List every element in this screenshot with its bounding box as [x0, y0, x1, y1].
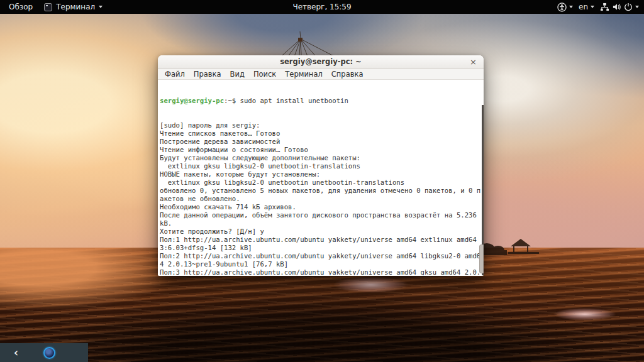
app-menu-button[interactable]: Терминал [44, 3, 103, 11]
chevron-down-icon [591, 6, 594, 8]
terminal-line: extlinux gksu libgksu2-0 unetbootin-tran… [160, 162, 484, 170]
menu-bar: ФайлПравкаВидПоискТерминалСправка [158, 69, 484, 80]
terminal-line: Необходимо скачать 714 kБ архивов. [160, 203, 484, 211]
keyboard-layout-label: en [579, 3, 588, 11]
terminal-line: [sudo] пароль для sergiy: [160, 121, 484, 129]
terminal-line: kB. [160, 219, 484, 228]
terminal-line: extlinux gksu libgksu2-0 unetbootin unet… [160, 178, 484, 187]
terminal-line: Построение дерева зависимостей [160, 138, 484, 146]
activities-button[interactable]: Обзор [6, 1, 35, 13]
terminal-output[interactable]: sergiy@sergiy-pc:~$ sudo apt install une… [158, 80, 484, 275]
terminal-line: Хотите продолжить? [Д/н] y [160, 228, 484, 236]
prompt-user: sergiy@sergiy-pc [160, 97, 224, 104]
tray-expand-chevron[interactable]: ‹ [14, 348, 18, 358]
menu-item-3[interactable]: Вид [226, 70, 249, 79]
power-icon [624, 3, 633, 11]
terminal-line: После данной операции, объём занятого ди… [160, 211, 484, 219]
system-menu[interactable] [600, 3, 639, 11]
wave-foam [553, 308, 616, 321]
bottom-tray: ‹ [0, 343, 88, 362]
terminal-icon [44, 3, 52, 11]
scrollbar-thumb[interactable] [479, 244, 484, 273]
chevron-down-icon [569, 6, 573, 8]
terminal-prompt-line: sergiy@sergiy-pc:~$ sudo apt install une… [160, 97, 484, 105]
keyboard-layout-menu[interactable]: en [579, 3, 594, 11]
menu-item-5[interactable]: Терминал [280, 70, 326, 79]
wired-network-icon [600, 3, 609, 11]
accessibility-menu[interactable] [557, 3, 573, 12]
terminal-line: Пол:2 http://ua.archive.ubuntu.com/ubunt… [160, 252, 484, 260]
menu-item-6[interactable]: Справка [327, 70, 368, 79]
volume-icon [612, 3, 621, 11]
close-button[interactable]: × [469, 57, 478, 67]
terminal-line: обновлено 0, установлено 5 новых пакетов… [160, 187, 484, 195]
app-menu-label: Терминал [56, 3, 95, 11]
terminal-line: Пол:3 http://ua.archive.ubuntu.com/ubunt… [160, 268, 484, 275]
tray-app-icon[interactable] [43, 347, 55, 359]
window-title: sergiy@sergiy-pc: ~ [280, 57, 362, 66]
window-titlebar[interactable]: sergiy@sergiy-pc: ~ × [158, 55, 484, 69]
terminal-line: Чтение информации о состоянии… Готово [160, 146, 484, 154]
accessibility-icon [557, 3, 567, 12]
menu-item-4[interactable]: Поиск [249, 70, 280, 79]
chevron-down-icon [635, 6, 639, 8]
menu-item-2[interactable]: Правка [189, 70, 226, 79]
terminal-window: sergiy@sergiy-pc: ~ × ФайлПравкаВидПоиск… [158, 55, 484, 276]
terminal-line: акетов не обновлено. [160, 195, 484, 203]
top-bar: Обзор Терминал Четверг, 15:59 en [0, 0, 644, 14]
terminal-line: Пол:1 http://ua.archive.ubuntu.com/ubunt… [160, 236, 484, 244]
wave-foam [333, 277, 409, 293]
terminal-line: Чтение списков пакетов… Готово [160, 129, 484, 138]
terminal-line: 3:6.03+dfsg-14 [132 kB] [160, 244, 484, 252]
terminal-line: 4 2.0.13~pre1-9ubuntu1 [76,7 kB] [160, 260, 484, 268]
prompt-suffix: :~$ [224, 97, 240, 104]
clock-button[interactable]: Четверг, 15:59 [292, 3, 351, 11]
typed-command: sudo apt install unetbootin [240, 97, 348, 104]
menu-item-1[interactable]: Файл [160, 70, 189, 79]
terminal-line: НОВЫЕ пакеты, которые будут установлены: [160, 170, 484, 178]
terminal-line: Будут установлены следующие дополнительн… [160, 154, 484, 162]
island-hut-silhouette [479, 234, 539, 260]
chevron-down-icon [99, 6, 103, 8]
